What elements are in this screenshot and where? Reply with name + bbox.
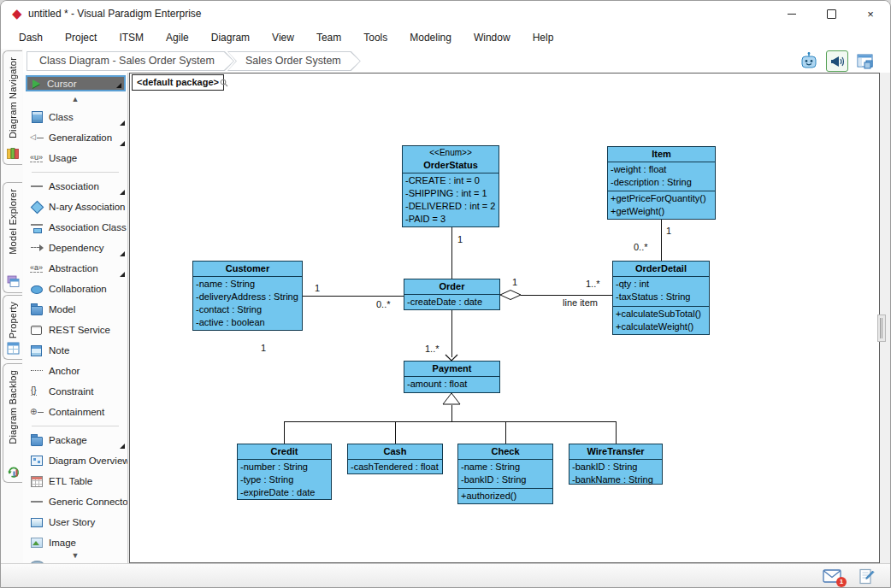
class-attributes: -cashTendered : float	[348, 459, 442, 474]
default-package-chip[interactable]: <default package>	[132, 74, 224, 91]
class-attributes: -CREATE : int = 0 -SHIPPING : int = 1 -D…	[403, 173, 499, 226]
uml-edge	[303, 296, 404, 297]
class-name: Customer	[193, 262, 302, 276]
menu-dash[interactable]: Dash	[8, 32, 54, 44]
breadcrumb-item[interactable]: Sales Order System	[227, 51, 361, 71]
tab-model-explorer[interactable]: Model Explorer	[3, 182, 22, 293]
class-payment[interactable]: Payment-amount : float	[404, 361, 500, 393]
palette-item-label: Package	[49, 435, 87, 445]
class-attributes: -createDate : date	[404, 294, 499, 309]
dependency-icon	[30, 242, 44, 254]
palette-item-label: Generalization	[49, 132, 112, 143]
class-wiretransfer[interactable]: WireTransfer-bankID : String -bankName :…	[569, 444, 663, 485]
class-operations: +calculateSubTotal() +calculateWeight()	[613, 306, 709, 334]
palette-scroll-up[interactable]: ▲	[23, 95, 127, 103]
usage-icon	[30, 152, 44, 164]
announcement-megaphone-icon[interactable]	[826, 50, 848, 72]
user-story-icon	[30, 516, 44, 528]
palette-item-user-story[interactable]: User Story	[23, 512, 127, 532]
class-name: Item	[608, 147, 715, 162]
close-button[interactable]: ×	[851, 1, 890, 26]
class-check[interactable]: Check-name : String -bankID : String+aut…	[457, 444, 553, 504]
palette-item-collaboration[interactable]: Collaboration	[23, 279, 127, 299]
messages-mail-icon[interactable]: 1	[822, 567, 842, 585]
breadcrumb: Class Diagram - Sales Order SystemSales …	[27, 51, 354, 71]
menu-window[interactable]: Window	[463, 32, 522, 44]
palette-item-image[interactable]: Image	[23, 532, 127, 553]
menu-project[interactable]: Project	[54, 32, 108, 44]
menu-diagram[interactable]: Diagram	[200, 32, 261, 44]
palette-item-note[interactable]: Note	[23, 340, 127, 361]
class-name: WireTransfer	[569, 444, 662, 459]
palette-scroll-down[interactable]: ▼	[23, 551, 127, 560]
menu-help[interactable]: Help	[522, 32, 565, 44]
edit-note-icon[interactable]	[856, 567, 876, 585]
package-icon	[30, 434, 44, 446]
palette-item-abstraction[interactable]: Abstraction	[23, 258, 127, 279]
palette-item-constraint[interactable]: Constraint	[23, 381, 127, 402]
palette-item-label: User Story	[49, 517, 95, 527]
search-icon[interactable]	[220, 79, 228, 87]
palette-item-rest-service[interactable]: REST Service	[23, 320, 127, 340]
class-item[interactable]: Item-weight : float -description : Strin…	[607, 146, 716, 220]
palette-item-class[interactable]: Class	[23, 107, 127, 127]
class-attributes: -amount : float	[404, 376, 499, 392]
palette-item-label: Abstraction	[49, 263, 98, 273]
diagram-layout-icon[interactable]	[854, 50, 876, 72]
assistant-robot-icon[interactable]	[798, 50, 820, 72]
palette-item-etl-table[interactable]: ETL Table	[23, 471, 127, 491]
class-order[interactable]: Order-createDate : date	[404, 279, 500, 310]
class-stereotype: <<Enum>>	[403, 146, 499, 158]
palette-item-generic-connector[interactable]: Generic Connector	[23, 491, 127, 512]
tab-label: Diagram Backlog	[8, 370, 18, 444]
uml-label: 1	[315, 283, 320, 293]
property-icon	[6, 341, 21, 356]
palette-item-label: Containment	[49, 407, 104, 417]
palette-item-containment[interactable]: Containment	[23, 402, 127, 422]
submenu-corner-icon	[120, 251, 125, 256]
palette-item-anchor[interactable]: Anchor	[23, 361, 127, 381]
minimize-icon	[788, 14, 796, 15]
menu-view[interactable]: View	[261, 32, 305, 44]
class-orderdetail[interactable]: OrderDetail-qty : int -taxStatus : Strin…	[612, 261, 710, 335]
maximize-button[interactable]	[811, 1, 851, 26]
palette-item-usage[interactable]: Usage	[23, 148, 127, 168]
palette-item-association[interactable]: Association	[23, 176, 127, 197]
class-credit[interactable]: Credit-number : String -type : String -e…	[237, 444, 332, 500]
tab-property[interactable]: Property	[3, 295, 22, 360]
palette-item-association-class[interactable]: Association Class	[23, 217, 127, 238]
menu-tools[interactable]: Tools	[352, 32, 398, 44]
status-bar: 1	[1, 563, 890, 588]
diagram-overview-icon	[30, 455, 44, 467]
breadcrumb-label: Class Diagram - Sales Order System	[27, 52, 233, 70]
menu-team[interactable]: Team	[305, 32, 352, 44]
palette-item-model[interactable]: Model	[23, 299, 127, 320]
palette-item-package[interactable]: Package	[23, 430, 127, 450]
palette-item-n-ary-association[interactable]: N-ary Association	[23, 197, 127, 217]
class-customer[interactable]: Customer-name : String -deliveryAddress …	[192, 261, 303, 331]
breadcrumb-label: Sales Order System	[228, 52, 360, 70]
cursor-tool-button[interactable]: Cursor	[26, 75, 126, 91]
minimize-button[interactable]	[772, 1, 811, 26]
menu-itsm[interactable]: ITSM	[108, 32, 155, 44]
palette-item-label: ETL Table	[49, 476, 92, 486]
association-class-icon	[30, 221, 44, 233]
class-orderstatus[interactable]: <<Enum>>OrderStatus-CREATE : int = 0 -SH…	[402, 145, 499, 227]
diagram-canvas[interactable]: <default package> <<Enum>>OrderStatus-CR…	[129, 73, 880, 563]
class-cash[interactable]: Cash-cashTendered : float	[347, 444, 443, 474]
breadcrumb-item[interactable]: Class Diagram - Sales Order System	[27, 51, 234, 71]
submenu-corner-icon	[120, 121, 125, 126]
class-name: Check	[458, 444, 552, 459]
palette-item-diagram-overview[interactable]: Diagram Overview	[23, 450, 127, 471]
tab-diagram-backlog[interactable]: Diagram Backlog	[3, 363, 22, 483]
palette-item-generalization[interactable]: Generalization	[23, 127, 127, 148]
uml-marker-triangle-up	[442, 392, 462, 405]
palette-item-dependency[interactable]: Dependency	[23, 238, 127, 258]
menu-modeling[interactable]: Modeling	[398, 32, 463, 44]
panel-resize-grip[interactable]	[877, 315, 886, 342]
tab-diagram-navigator[interactable]: Diagram Navigator	[3, 50, 22, 165]
menu-agile[interactable]: Agile	[155, 32, 200, 44]
uml-label: 1	[666, 226, 671, 236]
uml-edge	[451, 227, 452, 279]
palette-divider	[32, 426, 119, 426]
